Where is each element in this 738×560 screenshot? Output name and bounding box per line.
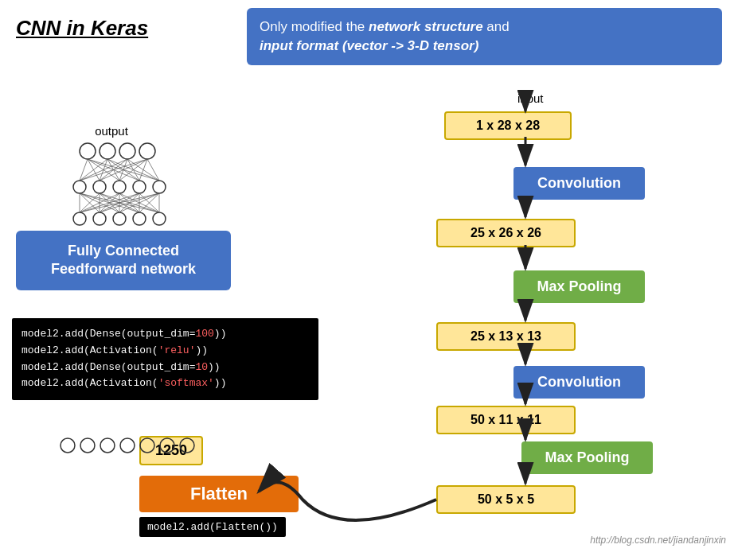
flatten-box: Flatten	[139, 476, 299, 512]
svg-point-2	[100, 143, 115, 159]
code-line-1: model2.add(Dense(output_dim=100))	[21, 326, 309, 343]
svg-point-76	[160, 438, 174, 453]
website-label: http://blog.csdn.net/jiandanjinxin	[590, 535, 726, 546]
flatten-left-arrow	[123, 477, 155, 509]
info-bold: network structure	[369, 19, 483, 34]
svg-point-7	[113, 181, 126, 193]
page-title: CNN in Keras	[16, 16, 148, 41]
svg-point-32	[113, 212, 126, 225]
info-box: Only modified the network structure and …	[247, 8, 722, 65]
flatten-code: model2.add(Flatten())	[139, 517, 286, 537]
input-label: input	[517, 91, 544, 105]
svg-point-73	[100, 438, 115, 453]
svg-point-4	[139, 143, 155, 159]
svg-point-33	[133, 212, 146, 225]
svg-text:output: output	[95, 124, 129, 138]
dim-box-4: 50 x 11 x 11	[436, 406, 576, 434]
code-line-3: model2.add(Dense(output_dim=10))	[21, 360, 309, 376]
conv-box-2: Convolution	[513, 366, 645, 399]
info-italic: input format (vector -> 3-D tensor)	[260, 38, 478, 53]
svg-point-77	[180, 438, 194, 453]
svg-point-71	[61, 438, 75, 453]
code-line-2: model2.add(Activation('relu'))	[21, 343, 309, 360]
svg-point-9	[153, 181, 166, 193]
svg-point-74	[120, 438, 135, 453]
nn-diagram-svg: output	[24, 123, 215, 239]
code-line-4: model2.add(Activation('softmax'))	[21, 375, 309, 392]
svg-point-8	[133, 181, 146, 193]
svg-line-25	[80, 159, 147, 181]
fc-box: Fully ConnectedFeedforward network	[16, 231, 231, 290]
svg-point-34	[153, 212, 166, 225]
svg-point-72	[80, 438, 95, 453]
pool-box-2: Max Pooling	[521, 441, 653, 474]
dim-box-5: 50 x 5 x 5	[436, 485, 576, 514]
dim-box-2: 25 x 26 x 26	[436, 219, 576, 247]
code-box: model2.add(Dense(output_dim=100)) model2…	[12, 318, 318, 400]
svg-point-3	[119, 143, 135, 159]
title-section: CNN in Keras	[16, 16, 148, 41]
dim-box-1: 1 x 28 x 28	[444, 111, 572, 140]
svg-point-5	[73, 181, 86, 193]
svg-point-30	[73, 212, 86, 225]
dim-box-3: 25 x 13 x 13	[436, 322, 576, 351]
svg-point-6	[93, 181, 106, 193]
pool-box-1: Max Pooling	[513, 270, 645, 303]
conv-box-1: Convolution	[513, 167, 645, 200]
bottom-nn-svg	[24, 422, 231, 469]
svg-point-75	[140, 438, 154, 453]
svg-point-31	[93, 212, 106, 225]
svg-point-1	[80, 143, 96, 159]
